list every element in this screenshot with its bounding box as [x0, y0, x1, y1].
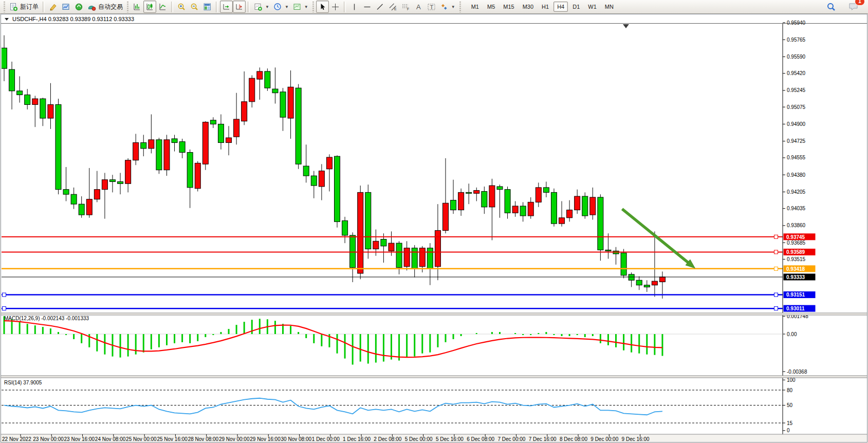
timeframe-button-M1[interactable]: M1 [468, 2, 483, 12]
label-button[interactable]: T [425, 1, 438, 13]
autotrading-button[interactable]: 自动交易 [85, 1, 125, 13]
vertical-line-button[interactable] [348, 1, 361, 13]
notification-badge[interactable]: 1 [855, 0, 865, 6]
fibonacci-button[interactable]: F [399, 1, 412, 13]
candlestick-chart-button[interactable] [143, 1, 156, 13]
line-handle[interactable] [3, 293, 6, 297]
candle-body [86, 199, 92, 215]
line-handle[interactable] [774, 235, 778, 238]
crosshair-button[interactable] [329, 1, 342, 13]
time-axis[interactable]: 22 Nov 202223 Nov 00:0023 Nov 16:0024 No… [1, 434, 867, 442]
cursor-button[interactable] [316, 1, 329, 13]
chart-canvas[interactable]: USDCHF-,H4 0.93283 0.93389 0.93112 0.933… [0, 14, 868, 443]
candle-body [133, 143, 139, 160]
candle-body [296, 88, 301, 164]
candle-body [644, 285, 650, 287]
tile-windows-button[interactable] [201, 1, 214, 13]
timeframe-button-M5[interactable]: M5 [484, 2, 498, 12]
line-handle[interactable] [774, 267, 778, 270]
timeframe-button-M15[interactable]: M15 [500, 2, 518, 12]
new-order-label: 新订单 [20, 3, 39, 11]
line-handle[interactable] [774, 293, 778, 297]
candle-body [2, 48, 7, 68]
periods-button[interactable]: ▼ [271, 1, 291, 13]
timeframe-button-M30[interactable]: M30 [519, 2, 537, 12]
candle-body [94, 190, 100, 199]
macd-tick-label: 0.00 [787, 331, 797, 337]
candle-body [489, 186, 495, 207]
indicators-button[interactable]: ▼ [252, 1, 271, 13]
timeframe-button-MN[interactable]: MN [601, 2, 617, 12]
shapes-button[interactable]: ▼ [438, 1, 457, 13]
zoom-out-button[interactable] [188, 1, 201, 13]
candle-body [497, 187, 503, 190]
price-tick-label: 0.94725 [787, 138, 806, 144]
styler-button[interactable] [47, 1, 60, 13]
toolbar-separator [344, 2, 346, 12]
price-tick-label: 0.94900 [787, 121, 806, 127]
trendline-icon [376, 3, 384, 11]
price-tick-label: 0.93685 [787, 240, 806, 246]
price-tag-label: 0.93333 [786, 274, 805, 280]
candle-body [520, 206, 526, 216]
pane-separator[interactable] [1, 376, 867, 378]
rsi-tick-label: 0 [787, 428, 790, 433]
text-button[interactable]: A [412, 1, 425, 13]
toolbar-separator [171, 2, 173, 12]
time-tick-label: 23 Nov 16:00 [64, 436, 95, 442]
line-handle[interactable] [774, 250, 778, 254]
bar-chart-button[interactable] [131, 1, 143, 13]
metaquotes-icon [75, 3, 83, 11]
svg-text:F: F [407, 7, 409, 11]
svg-text:E: E [394, 7, 397, 11]
metaquotes-button[interactable] [72, 1, 85, 13]
new-order-button[interactable]: 新订单 [7, 1, 41, 13]
candle-body [543, 188, 549, 192]
trendline-button[interactable] [374, 1, 386, 13]
auto-scroll-button[interactable] [220, 1, 233, 13]
time-tick-label: 9 Dec 00:00 [590, 436, 618, 442]
templates-button[interactable]: ▼ [291, 1, 310, 13]
toolbar-right: 1 [824, 1, 861, 13]
time-tick-label: 9 Dec 16:00 [622, 436, 650, 442]
candle-body [427, 248, 433, 269]
time-tick-label: 28 Nov 08:00 [188, 436, 219, 442]
timeframe-button-H4[interactable]: H4 [553, 2, 568, 12]
horizontal-line-button[interactable] [361, 1, 374, 13]
candle-body [164, 140, 170, 170]
chart-title: USDCHF-,H4 0.93283 0.93389 0.93112 0.933… [12, 16, 134, 22]
candle-body [210, 120, 216, 124]
timeframe-button-H1[interactable]: H1 [538, 2, 552, 12]
zoom-out-icon [190, 3, 199, 11]
auto-scroll-icon [222, 3, 231, 11]
chart-shift-button[interactable] [233, 1, 246, 13]
time-tick-label: 23 Nov 00:00 [33, 436, 64, 442]
zoom-in-button[interactable] [175, 1, 188, 13]
candle-body [535, 188, 541, 202]
vertical-line-icon [350, 3, 359, 11]
pane-separator[interactable] [1, 313, 867, 315]
price-tag-label: 0.93418 [786, 266, 805, 272]
timeframe-button-W1[interactable]: W1 [584, 2, 600, 12]
autotrading-label: 自动交易 [98, 3, 123, 11]
search-button[interactable] [824, 1, 838, 13]
cursor-icon [318, 3, 327, 11]
toolbar-separator [43, 2, 45, 12]
line-handle[interactable] [774, 307, 778, 310]
charts-button[interactable] [60, 1, 72, 13]
label-icon: T [427, 3, 436, 11]
candle-body [249, 78, 255, 102]
chart-shift-icon [235, 3, 244, 11]
price-tag-label: 0.93745 [786, 234, 805, 240]
channel-button[interactable]: E [386, 1, 399, 13]
time-tick-label: 2 Dec 08:00 [374, 436, 401, 442]
candle-body [381, 239, 386, 246]
line-chart-button[interactable] [156, 1, 169, 13]
candle-body [118, 181, 123, 183]
timeframe-button-D1[interactable]: D1 [569, 2, 583, 12]
toolbar-grip [127, 2, 128, 12]
line-handle[interactable] [3, 307, 6, 310]
price-tick-label: 0.95940 [787, 20, 806, 26]
search-icon [826, 2, 836, 12]
candle-body [435, 230, 440, 266]
